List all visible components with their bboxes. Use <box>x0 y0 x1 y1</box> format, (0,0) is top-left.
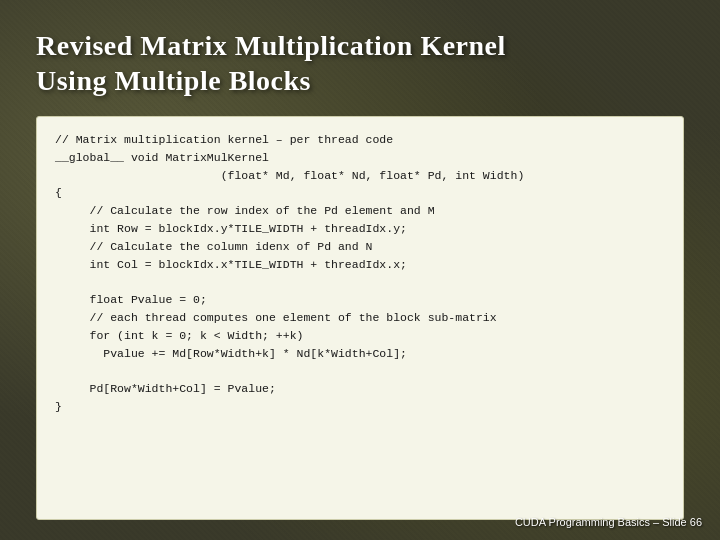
title-line1: Revised Matrix Multiplication Kernel <box>36 30 506 61</box>
slide-title: Revised Matrix Multiplication Kernel Usi… <box>36 28 684 98</box>
code-box: // Matrix multiplication kernel – per th… <box>36 116 684 520</box>
slide: Revised Matrix Multiplication Kernel Usi… <box>0 0 720 540</box>
title-line2: Using Multiple Blocks <box>36 65 311 96</box>
slide-footer: CUDA Programming Basics – Slide 66 <box>515 516 702 528</box>
code-content: // Matrix multiplication kernel – per th… <box>55 131 665 416</box>
